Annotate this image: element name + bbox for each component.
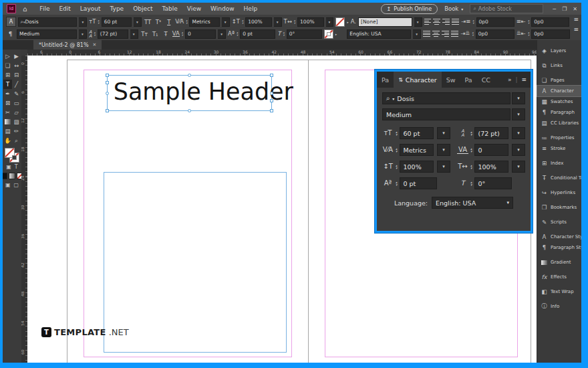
last-line-indent-field[interactable]: 0p0 bbox=[531, 29, 570, 39]
direct-selection-tool[interactable]: ▷ bbox=[3, 52, 12, 61]
handle-mid-right[interactable] bbox=[270, 92, 273, 95]
baseline-shift-field[interactable]: 0 pt bbox=[240, 29, 275, 39]
handle-bottom-right[interactable] bbox=[270, 109, 273, 112]
menu-object[interactable]: Object bbox=[128, 5, 157, 12]
text-in-port[interactable] bbox=[106, 81, 109, 84]
dock-item-scripts[interactable]: ✎Scripts bbox=[537, 217, 581, 227]
stroke-flyout-icon[interactable]: ▸ bbox=[335, 32, 337, 36]
panel-font-size-chevron[interactable]: ▾ bbox=[437, 127, 450, 139]
tab-paragraph-partial[interactable]: Pa bbox=[460, 72, 477, 88]
align-left-icon[interactable] bbox=[424, 18, 432, 25]
panel-leading-field[interactable]: (72 pt) bbox=[474, 127, 508, 139]
dock-item-paragraph[interactable]: ¶Paragraph bbox=[537, 107, 581, 118]
stock-search-input[interactable]: ⌕ Adobe Stock bbox=[470, 4, 543, 13]
handle-bottom-left[interactable] bbox=[106, 109, 109, 112]
panel-tracking-stepper[interactable]: ▴▾ bbox=[470, 147, 472, 153]
tab-character[interactable]: ⇅ Character bbox=[394, 72, 442, 88]
panel-baseline-shift-field[interactable]: 0 pt bbox=[400, 177, 437, 189]
horizontal-scale-chevron[interactable]: ▾ bbox=[326, 17, 334, 27]
language-chevron[interactable]: ▾ bbox=[413, 29, 421, 39]
panel-font-size-stepper[interactable]: ▴▾ bbox=[396, 130, 398, 136]
menu-table[interactable]: Table bbox=[157, 5, 182, 12]
frame-tool[interactable]: ⊠ bbox=[3, 98, 12, 108]
paragraph-formatting-mode-button[interactable]: ¶ bbox=[6, 29, 15, 38]
dock-item-layers[interactable]: ◈Layers bbox=[537, 45, 581, 56]
panel-kerning-chevron[interactable]: ▾ bbox=[437, 144, 450, 156]
justify-all-icon[interactable] bbox=[451, 30, 458, 37]
handle-top-left[interactable] bbox=[106, 74, 109, 77]
panel-skew-stepper[interactable]: ▴▾ bbox=[470, 181, 472, 187]
font-style-combo[interactable]: Medium bbox=[17, 29, 77, 39]
justify-left-icon[interactable] bbox=[423, 30, 430, 37]
panel-tracking-chevron[interactable]: ▾ bbox=[512, 144, 525, 156]
panel-tracking-field[interactable]: 0 bbox=[474, 144, 508, 156]
tracking-stepper[interactable]: ▴▾ bbox=[182, 31, 183, 37]
dock-item-links[interactable]: ⧉Links bbox=[537, 60, 581, 71]
handle-top-right[interactable] bbox=[270, 74, 273, 77]
view-options-icon[interactable]: ▣ bbox=[5, 182, 11, 188]
tab-swatches-partial[interactable]: Sw bbox=[442, 72, 460, 88]
note-tool[interactable]: ▤ bbox=[3, 126, 12, 136]
right-indent-field[interactable]: 0p0 bbox=[531, 17, 569, 27]
dock-item-pages[interactable]: ❏Pages bbox=[537, 75, 581, 86]
vertical-scale-stepper[interactable]: ▴▾ bbox=[242, 19, 243, 25]
panel-leading-stepper[interactable]: ▴▾ bbox=[470, 130, 472, 136]
panel-vertical-scale-field[interactable]: 100% bbox=[400, 161, 434, 173]
dock-item-properties[interactable]: ≔Properties bbox=[537, 132, 581, 143]
tracking-field[interactable]: 0 bbox=[185, 29, 216, 39]
dock-item-bookmarks[interactable]: ❐Bookmarks bbox=[537, 202, 581, 213]
font-family-combo[interactable]: ⌕ ▾ Dosis bbox=[18, 17, 78, 27]
quick-apply-icon[interactable]: ϟ bbox=[581, 19, 581, 25]
panel-font-family-combo[interactable]: ⌕ ▾ Dosis bbox=[382, 92, 510, 104]
align-center-icon[interactable] bbox=[433, 18, 440, 25]
formatting-affects-container-button[interactable]: ▣ bbox=[6, 164, 11, 170]
tab-pages-partial[interactable]: Pa bbox=[377, 72, 394, 88]
vertical-scale-field[interactable]: 100% bbox=[245, 17, 271, 27]
gradient-swatch-tool[interactable] bbox=[3, 117, 12, 126]
line-tool[interactable]: ╱ bbox=[12, 80, 21, 89]
handle-mid-left[interactable] bbox=[106, 92, 109, 95]
menu-file[interactable]: File bbox=[35, 5, 54, 12]
dock-item-hyperlinks[interactable]: ↪Hyperlinks bbox=[537, 187, 581, 198]
panel-kerning-stepper[interactable]: ▴▾ bbox=[396, 147, 398, 153]
panel-font-family-chevron[interactable]: ▾ bbox=[512, 92, 525, 104]
left-indent-stepper[interactable]: ▴▾ bbox=[472, 19, 474, 25]
panel-menu-icon[interactable]: ≡ bbox=[573, 17, 579, 23]
content-collector-tool[interactable]: ⊞ bbox=[3, 70, 12, 80]
dock-item-conditional-text[interactable]: ŦConditional Text bbox=[537, 173, 581, 183]
tab-overflow-icon[interactable]: » bbox=[508, 76, 512, 83]
panel-font-size-field[interactable]: 60 pt bbox=[400, 127, 434, 139]
horizontal-scale-stepper[interactable]: ▴▾ bbox=[294, 19, 295, 25]
scissors-tool[interactable]: ✂ bbox=[3, 108, 12, 117]
home-icon[interactable]: ⌂ bbox=[23, 5, 27, 13]
text-out-port[interactable] bbox=[270, 99, 273, 102]
page-tool[interactable]: ❏ bbox=[3, 61, 12, 70]
zoom-tool[interactable]: ⌕ bbox=[12, 136, 21, 145]
first-line-indent-stepper[interactable]: ▴▾ bbox=[472, 31, 473, 37]
leading-stepper[interactable]: ▴▾ bbox=[94, 31, 95, 37]
panel-skew-field[interactable]: 0° bbox=[474, 177, 512, 189]
dock-item-effects[interactable]: fxEffects bbox=[537, 272, 581, 282]
language-combo[interactable]: English: USA bbox=[347, 29, 411, 39]
selection-tool[interactable]: ▶ bbox=[12, 52, 21, 61]
publish-online-button[interactable]: ↥ Publish Online bbox=[381, 4, 438, 14]
apply-gradient-button[interactable] bbox=[9, 173, 15, 179]
leading-chevron[interactable]: ▾ bbox=[130, 29, 138, 39]
dock-item-swatches[interactable]: ▦Swatches bbox=[537, 96, 581, 107]
eyedropper-tool[interactable]: ✏ bbox=[12, 126, 21, 136]
font-style-chevron[interactable]: ▾ bbox=[79, 29, 87, 39]
panel-horizontal-scale-chevron[interactable]: ▾ bbox=[512, 161, 525, 173]
kerning-stepper[interactable]: ▴▾ bbox=[186, 19, 187, 25]
horizontal-scale-field[interactable]: 100% bbox=[297, 17, 323, 27]
pen-tool[interactable]: ✒ bbox=[3, 89, 12, 98]
dock-item-cc-libraries[interactable]: ▤CC Libraries bbox=[537, 118, 581, 128]
handle-bottom-center[interactable] bbox=[188, 109, 191, 112]
minimize-button[interactable]: ─ bbox=[553, 6, 556, 12]
panel-horizontal-scale-field[interactable]: 100% bbox=[474, 161, 508, 173]
strikethrough-button[interactable]: Ŧ bbox=[162, 31, 170, 37]
type-tool[interactable]: T bbox=[3, 80, 12, 89]
character-style-chevron[interactable]: ▾ bbox=[414, 17, 422, 27]
panel-vertical-scale-chevron[interactable]: ▾ bbox=[437, 161, 450, 173]
panel-horizontal-scale-stepper[interactable]: ▴▾ bbox=[470, 164, 472, 170]
menu-help[interactable]: Help bbox=[239, 5, 263, 12]
